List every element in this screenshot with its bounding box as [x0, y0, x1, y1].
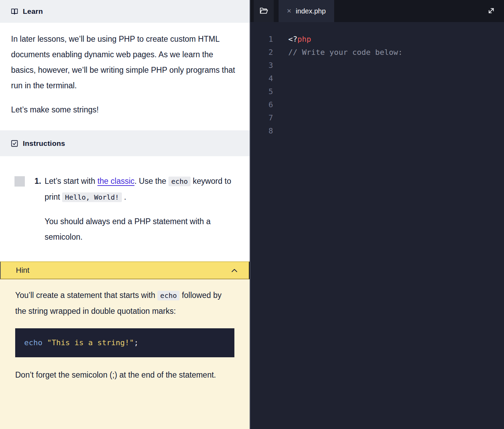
editor-line: 4	[250, 72, 504, 85]
task-note: You should always end a PHP statement wi…	[45, 214, 234, 245]
hint-text-segment: You’ll create a statement that starts wi…	[15, 291, 157, 300]
line-number: 2	[250, 48, 273, 57]
learn-header: Learn	[0, 0, 250, 23]
expand-diagonal-arrow-icon	[486, 6, 496, 17]
line-number: 5	[250, 87, 273, 96]
the-classic-link[interactable]: the classic	[97, 177, 134, 186]
inline-code-hello-world: Hello, World!	[62, 192, 122, 202]
editor-tab-bar: × index.php	[250, 0, 504, 22]
line-number: 4	[250, 74, 273, 83]
hint-code-block: echo "This is a string!";	[15, 328, 234, 357]
code-line-content: <?php	[273, 35, 311, 43]
file-tree-button[interactable]	[254, 0, 274, 22]
inline-code-echo: echo	[168, 177, 191, 186]
task-text-segment: . Use the	[135, 177, 168, 186]
line-number: 8	[250, 127, 273, 135]
editor-line: 7	[250, 111, 504, 124]
learn-title: Learn	[23, 7, 43, 16]
editor-line: 2 // Write your code below:	[250, 46, 504, 59]
code-token-semicolon: ;	[134, 338, 138, 347]
open-folder-icon	[259, 6, 269, 17]
code-token-string: "This is a string!"	[42, 338, 134, 347]
expand-editor-button[interactable]	[486, 6, 496, 17]
task-number: 1.	[35, 173, 41, 189]
hint-title: Hint	[16, 266, 29, 275]
line-number: 7	[250, 113, 273, 122]
code-token-keyword: echo	[24, 338, 42, 347]
instructions-title: Instructions	[23, 139, 65, 148]
code-token-php-keyword: php	[298, 35, 311, 43]
checked-checkbox-icon	[10, 139, 19, 148]
close-tab-icon[interactable]: ×	[287, 7, 291, 15]
hint-toggle[interactable]: Hint	[0, 261, 250, 279]
code-editor[interactable]: 1 <?php 2 // Write your code below: 3 4 …	[250, 22, 504, 429]
learn-body: In later lessons, we’ll be using PHP to …	[0, 23, 250, 130]
editor-line: 8	[250, 124, 504, 137]
tab-filename: index.php	[296, 7, 326, 15]
chevron-up-icon	[230, 266, 239, 275]
lesson-panel: Learn In later lessons, we’ll be using P…	[0, 0, 250, 429]
task-text: Let’s start with the classic. Use the ec…	[45, 173, 234, 205]
editor-panel: × index.php 1 <?php 2 // Write your code…	[250, 0, 504, 429]
tab-index-php[interactable]: × index.php	[279, 0, 334, 22]
hint-text: You’ll create a statement that starts wi…	[15, 288, 234, 319]
task-content: Let’s start with the classic. Use the ec…	[45, 173, 234, 245]
hint-footer: Don’t forget the semicolon (;) at the en…	[15, 367, 234, 383]
code-line-content: // Write your code below:	[273, 48, 403, 57]
editor-line: 3	[250, 59, 504, 72]
editor-line: 1 <?php	[250, 32, 504, 46]
inline-code-echo: echo	[157, 291, 180, 300]
line-number: 3	[250, 61, 273, 70]
task-checkbox[interactable]	[14, 176, 25, 187]
line-number: 6	[250, 100, 273, 109]
task-text-segment: Let’s start with	[45, 177, 97, 186]
task-text-segment: .	[122, 192, 126, 201]
learn-paragraph: In later lessons, we’ll be using PHP to …	[11, 31, 236, 93]
open-book-icon	[10, 7, 19, 16]
editor-line: 5	[250, 85, 504, 98]
line-number: 1	[250, 35, 273, 43]
task-item: 1. Let’s start with the classic. Use the…	[14, 173, 234, 245]
instructions-header: Instructions	[0, 130, 250, 156]
code-token-php-open: <?	[288, 35, 298, 43]
learn-paragraph: Let’s make some strings!	[11, 102, 236, 118]
hint-body: You’ll create a statement that starts wi…	[0, 279, 250, 429]
editor-line: 6	[250, 98, 504, 111]
instructions-body: 1. Let’s start with the classic. Use the…	[0, 156, 250, 261]
